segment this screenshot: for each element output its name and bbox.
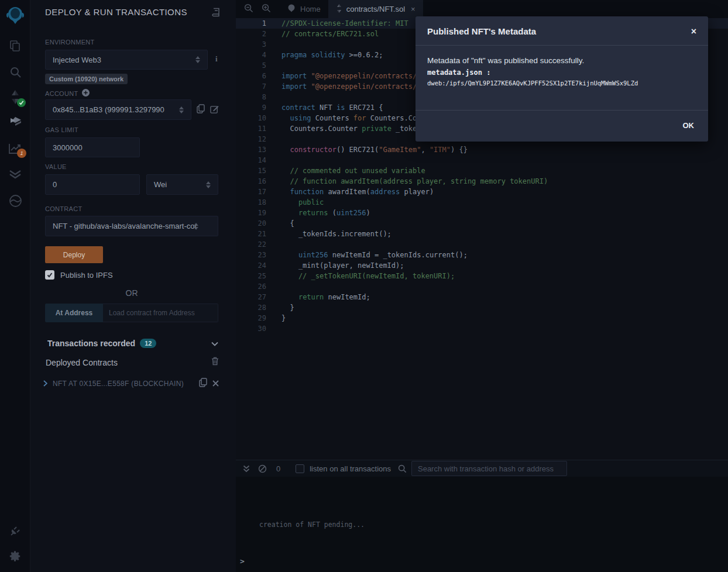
terminal-search-icon: [398, 464, 407, 473]
home-remix-icon: [287, 4, 296, 15]
ok-button[interactable]: OK: [683, 121, 695, 130]
code-line[interactable]: 16 // function awardItem(address player,…: [236, 176, 728, 187]
modal-file-name: metadata.json :: [427, 68, 696, 77]
zoom-in-icon[interactable]: [262, 4, 271, 15]
tab-bar: Home contracts/NFT.sol ×: [236, 0, 728, 18]
environment-info-icon[interactable]: i: [215, 54, 218, 64]
plugin-manager-icon[interactable]: [0, 524, 30, 537]
solidity-file-icon: [336, 4, 342, 15]
gas-limit-input[interactable]: 3000000: [45, 137, 140, 157]
terminal-toolbar: 0 listen on all transactions: [236, 460, 728, 477]
code-line[interactable]: 20 {: [236, 218, 728, 229]
gas-limit-label: GAS LIMIT: [45, 126, 78, 133]
select-arrows-icon: [194, 223, 198, 230]
published-metadata-modal: Published NFT's Metadata × Metadata of "…: [415, 16, 708, 142]
environment-select[interactable]: Injected Web3: [45, 50, 208, 70]
code-line[interactable]: 27 return newItemId;: [236, 292, 728, 302]
account-label: ACCOUNT: [45, 90, 78, 97]
environment-label: ENVIRONMENT: [45, 39, 95, 46]
code-line[interactable]: 17 function awardItem(address player): [236, 187, 728, 197]
value-label: VALUE: [45, 163, 67, 170]
trash-icon[interactable]: [211, 357, 219, 368]
settings-gear-icon[interactable]: [0, 550, 30, 563]
tab-home[interactable]: Home: [279, 0, 328, 18]
code-line[interactable]: 29}: [236, 313, 728, 323]
solidity-compiler-icon[interactable]: [0, 89, 30, 105]
vertical-icon-panel: 1: [0, 0, 30, 572]
select-arrows-icon: [179, 106, 184, 113]
at-address-button[interactable]: At Address: [45, 304, 103, 322]
code-line[interactable]: 23 uint256 newItemId = _tokenIds.current…: [236, 250, 728, 260]
code-line[interactable]: 13 constructor() ERC721("GameItem", "ITM…: [236, 144, 728, 155]
remove-contract-icon[interactable]: [212, 378, 219, 389]
deploy-run-icon[interactable]: [0, 116, 30, 130]
code-line[interactable]: 30: [236, 323, 728, 334]
analytics-icon[interactable]: 1: [0, 142, 30, 155]
select-arrows-icon: [206, 181, 211, 188]
search-icon[interactable]: [0, 66, 30, 78]
code-line[interactable]: 14: [236, 155, 728, 166]
code-line[interactable]: 26: [236, 281, 728, 292]
publish-ipfs-label: Publish to IPFS: [60, 271, 113, 280]
modal-message: Metadata of "nft" was published successf…: [427, 56, 696, 65]
code-line[interactable]: 22: [236, 239, 728, 250]
copy-account-icon[interactable]: [197, 104, 205, 116]
account-select[interactable]: 0x845...B1aB3 (999991.3297990: [45, 99, 191, 120]
remix-logo-icon[interactable]: [0, 5, 30, 26]
modal-title: Published NFT's Metadata: [427, 26, 536, 36]
listen-transactions-checkbox[interactable]: [296, 464, 304, 473]
code-line[interactable]: 15 // commented out unused variable: [236, 166, 728, 176]
remix-ide-app: 1 DEPLOY & RUN TRANSACTIONS ENVIRONMENT …: [0, 0, 728, 572]
zoom-out-icon[interactable]: [244, 4, 253, 15]
modal-ipfs-hash: dweb:/ipfs/QmYL9P1Z7KE6AQvKJPFF52SX1p2TE…: [427, 80, 696, 87]
terminal-prompt[interactable]: >: [240, 557, 245, 566]
expand-terminal-icon[interactable]: [243, 465, 250, 473]
copy-contract-icon[interactable]: [199, 378, 207, 390]
network-badge: Custom (10920) network: [45, 74, 128, 84]
deploy-button[interactable]: Deploy: [45, 246, 103, 263]
contract-label: CONTRACT: [45, 205, 83, 212]
debugger-icon[interactable]: [0, 194, 30, 208]
code-line[interactable]: 18 public: [236, 197, 728, 208]
add-account-icon[interactable]: [82, 89, 90, 98]
panel-title: DEPLOY & RUN TRANSACTIONS: [45, 7, 187, 17]
value-unit-select[interactable]: Wei: [146, 174, 218, 195]
code-line[interactable]: 25 // _setTokenURI(newItemId, tokenURI);: [236, 271, 728, 281]
transactions-count-badge: 12: [140, 339, 156, 348]
at-address-input[interactable]: Load contract from Address: [103, 304, 218, 322]
analytics-count-badge: 1: [17, 149, 26, 158]
or-label: OR: [45, 288, 218, 298]
compiler-success-badge: [17, 98, 26, 107]
expand-chevron-icon[interactable]: [43, 378, 47, 389]
transactions-recorded-label: Transactions recorded: [47, 339, 135, 348]
file-explorer-icon[interactable]: [0, 40, 30, 53]
tab-nft-sol[interactable]: contracts/NFT.sol ×: [328, 0, 423, 18]
code-line[interactable]: 24 _mint(player, newItemId);: [236, 260, 728, 271]
chevron-down-icon[interactable]: [211, 338, 218, 349]
edit-account-icon[interactable]: [210, 105, 219, 116]
code-line[interactable]: 28 }: [236, 302, 728, 313]
select-arrows-icon: [195, 56, 200, 63]
terminal-search-input[interactable]: [411, 461, 567, 476]
value-input[interactable]: 0: [45, 174, 140, 195]
unit-testing-icon[interactable]: [0, 168, 30, 181]
deployed-contracts-label: Deployed Contracts: [46, 358, 118, 367]
code-line[interactable]: 21 _tokenIds.increment();: [236, 229, 728, 239]
pending-tx-count: 0: [276, 464, 280, 473]
terminal-log-line: creation of NFT pending...: [259, 521, 365, 529]
code-line[interactable]: 19 returns (uint256): [236, 208, 728, 218]
deploy-run-panel: DEPLOY & RUN TRANSACTIONS ENVIRONMENT In…: [30, 0, 236, 572]
listen-transactions-label: listen on all transactions: [310, 464, 391, 473]
clear-console-icon[interactable]: [258, 464, 267, 473]
close-tab-icon[interactable]: ×: [411, 5, 415, 13]
documentation-icon[interactable]: [212, 8, 221, 19]
deployed-contract-item[interactable]: NFT AT 0X15E...E558F (BLOCKCHAIN): [53, 380, 184, 388]
modal-close-icon[interactable]: ×: [691, 27, 696, 36]
contract-select[interactable]: NFT - github/ava-labs/avalanche-smart-co…: [45, 216, 218, 236]
terminal: 0 listen on all transactions creation of…: [236, 460, 728, 572]
publish-ipfs-checkbox[interactable]: [45, 270, 54, 280]
